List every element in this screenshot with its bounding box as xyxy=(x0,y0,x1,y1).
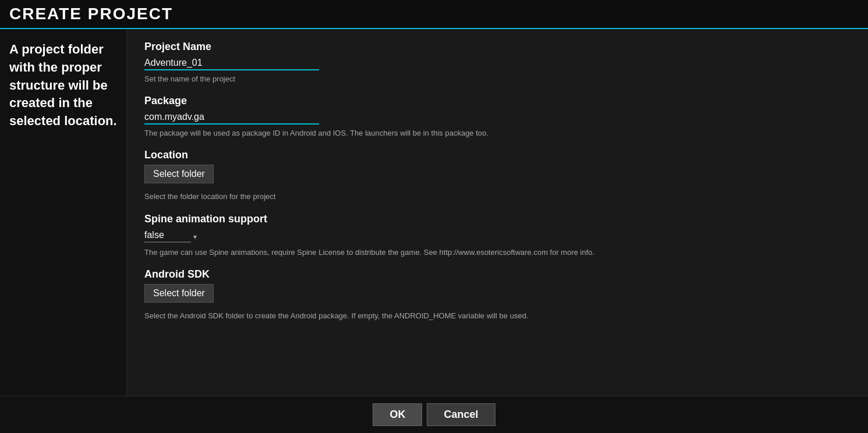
package-label: Package xyxy=(144,95,851,107)
title-bar: CREATE PROJECT xyxy=(0,0,868,29)
android-sdk-hint: Select the Android SDK folder to create … xyxy=(144,311,851,321)
location-select-folder-button[interactable]: Select folder xyxy=(144,165,214,183)
cancel-button[interactable]: Cancel xyxy=(427,403,495,426)
main-content: A project folder with the proper structu… xyxy=(0,29,868,396)
android-sdk-label: Android SDK xyxy=(144,268,851,281)
chevron-down-icon: ▾ xyxy=(193,233,197,241)
spine-animation-label: Spine animation support xyxy=(144,213,851,225)
form-area: Project Name Set the name of the project… xyxy=(127,29,868,396)
package-section: Package The package will be used as pack… xyxy=(144,95,851,139)
location-section: Location Select folder Select the folder… xyxy=(144,149,851,202)
package-input[interactable] xyxy=(144,111,319,125)
spine-animation-dropdown-container: false ▾ xyxy=(144,229,851,243)
sidebar-description: A project folder with the proper structu… xyxy=(9,41,117,130)
project-name-label: Project Name xyxy=(144,41,851,53)
location-hint: Select the folder location for the proje… xyxy=(144,191,851,202)
ok-button[interactable]: OK xyxy=(373,403,422,426)
project-name-section: Project Name Set the name of the project xyxy=(144,41,851,84)
spine-animation-section: Spine animation support false ▾ The game… xyxy=(144,213,851,258)
sidebar: A project folder with the proper structu… xyxy=(0,29,127,396)
android-sdk-section: Android SDK Select folder Select the And… xyxy=(144,268,851,321)
location-label: Location xyxy=(144,149,851,161)
footer: OK Cancel xyxy=(0,396,868,433)
project-name-hint: Set the name of the project xyxy=(144,74,851,84)
spine-animation-hint: The game can use Spine animations, requi… xyxy=(144,247,851,258)
android-sdk-select-folder-button[interactable]: Select folder xyxy=(144,284,214,303)
project-name-input[interactable] xyxy=(144,56,319,70)
page-title: CREATE PROJECT xyxy=(9,5,859,23)
package-hint: The package will be used as package ID i… xyxy=(144,128,851,139)
spine-animation-value[interactable]: false xyxy=(144,229,191,243)
